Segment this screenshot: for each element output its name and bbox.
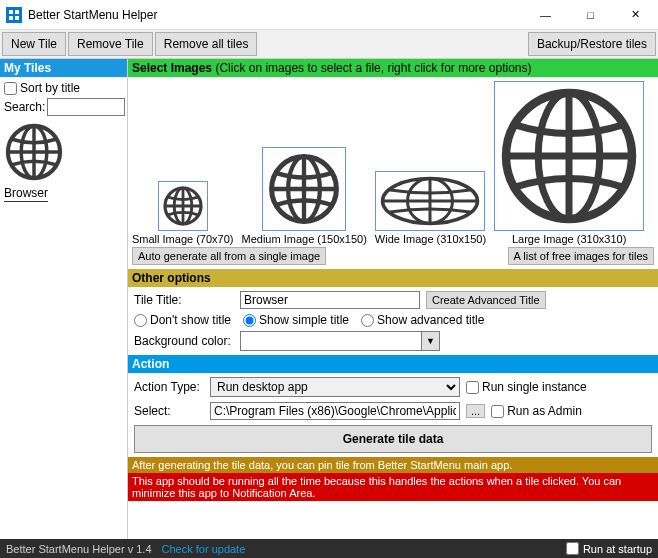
wide-image-label: Wide Image (310x150) bbox=[375, 233, 486, 245]
select-path-input[interactable] bbox=[210, 402, 460, 420]
wide-image-slot[interactable] bbox=[375, 171, 485, 231]
remove-tile-button[interactable]: Remove Tile bbox=[68, 32, 153, 56]
tile-name-label[interactable]: Browser bbox=[4, 186, 48, 202]
radio-show-advanced[interactable]: Show advanced title bbox=[361, 313, 484, 327]
browse-button[interactable]: ... bbox=[466, 404, 485, 418]
sort-by-title-label: Sort by title bbox=[20, 81, 80, 95]
large-image-label: Large Image (310x310) bbox=[512, 233, 626, 245]
tile-title-input[interactable] bbox=[240, 291, 420, 309]
content: Select Images (Click on images to select… bbox=[128, 59, 658, 539]
tile-title-label: Tile Title: bbox=[134, 293, 234, 307]
globe-icon bbox=[163, 186, 203, 226]
sidebar: My Tiles Sort by title Search: bbox=[0, 59, 128, 539]
check-update-link[interactable]: Check for update bbox=[162, 543, 246, 555]
info-running-warning: This app should be running all the time … bbox=[128, 473, 658, 501]
globe-icon bbox=[499, 86, 639, 226]
tile-thumb[interactable] bbox=[4, 122, 64, 182]
select-images-header: Select Images (Click on images to select… bbox=[128, 59, 658, 77]
radio-show-simple[interactable]: Show simple title bbox=[243, 313, 349, 327]
globe-icon bbox=[380, 176, 480, 226]
minimize-button[interactable]: — bbox=[523, 0, 568, 30]
run-at-startup-option[interactable]: Run at startup bbox=[566, 542, 652, 555]
generate-tile-data-button[interactable]: Generate tile data bbox=[134, 425, 652, 453]
bg-color-combo[interactable]: ▼ bbox=[240, 331, 440, 351]
free-images-button[interactable]: A list of free images for tiles bbox=[508, 247, 655, 265]
my-tiles-header: My Tiles bbox=[0, 59, 127, 77]
action-type-select[interactable]: Run desktop app bbox=[210, 377, 460, 397]
svg-rect-0 bbox=[9, 10, 13, 14]
run-as-admin-option[interactable]: Run as Admin bbox=[491, 404, 582, 418]
statusbar: Better StartMenu Helper v 1.4 Check for … bbox=[0, 539, 658, 558]
search-label: Search: bbox=[4, 100, 45, 114]
toolbar: New Tile Remove Tile Remove all tiles Ba… bbox=[0, 30, 658, 59]
info-pin-tile: After generating the tile data, you can … bbox=[128, 457, 658, 473]
version-label: Better StartMenu Helper v 1.4 bbox=[6, 543, 152, 555]
svg-rect-3 bbox=[15, 16, 19, 20]
medium-image-label: Medium Image (150x150) bbox=[242, 233, 367, 245]
titlebar: Better StartMenu Helper — □ ✕ bbox=[0, 0, 658, 30]
globe-icon bbox=[5, 123, 63, 181]
radio-dont-show[interactable]: Don't show title bbox=[134, 313, 231, 327]
svg-rect-2 bbox=[9, 16, 13, 20]
small-image-label: Small Image (70x70) bbox=[132, 233, 234, 245]
new-tile-button[interactable]: New Tile bbox=[2, 32, 66, 56]
bg-color-label: Background color: bbox=[134, 334, 234, 348]
large-image-slot[interactable] bbox=[494, 81, 644, 231]
run-single-instance-option[interactable]: Run single instance bbox=[466, 380, 587, 394]
other-options-header: Other options bbox=[128, 269, 658, 287]
create-advanced-title-button[interactable]: Create Advanced Title bbox=[426, 291, 546, 309]
images-area: Small Image (70x70) Medium Image (150x15… bbox=[128, 77, 658, 247]
select-label: Select: bbox=[134, 404, 204, 418]
svg-rect-1 bbox=[15, 10, 19, 14]
remove-all-tiles-button[interactable]: Remove all tiles bbox=[155, 32, 258, 56]
backup-restore-button[interactable]: Backup/Restore tiles bbox=[528, 32, 656, 56]
action-header: Action bbox=[128, 355, 658, 373]
search-input[interactable] bbox=[47, 98, 125, 116]
maximize-button[interactable]: □ bbox=[568, 0, 613, 30]
small-image-slot[interactable] bbox=[158, 181, 208, 231]
action-type-label: Action Type: bbox=[134, 380, 204, 394]
app-icon bbox=[6, 7, 22, 23]
medium-image-slot[interactable] bbox=[262, 147, 346, 231]
chevron-down-icon: ▼ bbox=[421, 332, 439, 350]
globe-icon bbox=[268, 153, 340, 225]
close-button[interactable]: ✕ bbox=[613, 0, 658, 30]
sort-by-title-checkbox[interactable] bbox=[4, 82, 17, 95]
auto-generate-button[interactable]: Auto generate all from a single image bbox=[132, 247, 326, 265]
window-title: Better StartMenu Helper bbox=[28, 8, 523, 22]
